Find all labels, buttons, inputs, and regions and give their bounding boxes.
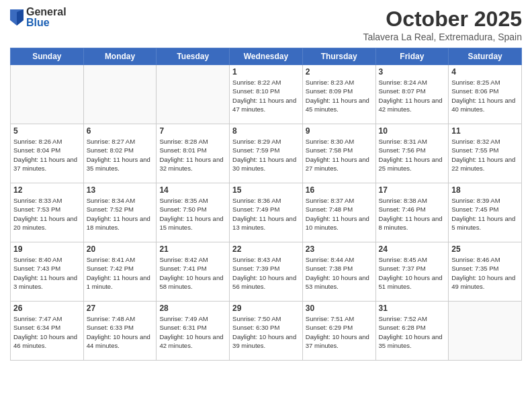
day-info: Sunrise: 8:28 AM Sunset: 8:01 PM Dayligh… [159,137,226,173]
day-info: Sunrise: 8:23 AM Sunset: 8:09 PM Dayligh… [306,78,373,113]
day-info: Sunrise: 8:39 AM Sunset: 7:45 PM Dayligh… [451,196,519,232]
calendar-cell [157,65,230,124]
calendar-cell: 25Sunrise: 8:46 AM Sunset: 7:35 PM Dayli… [449,242,522,302]
day-info: Sunrise: 8:44 AM Sunset: 7:38 PM Dayligh… [306,255,373,291]
calendar-cell: 20Sunrise: 8:41 AM Sunset: 7:42 PM Dayli… [83,242,157,302]
day-info: Sunrise: 8:33 AM Sunset: 7:53 PM Dayligh… [13,196,81,232]
calendar-cell: 10Sunrise: 8:31 AM Sunset: 7:56 PM Dayli… [375,124,449,183]
location: Talavera La Real, Extremadura, Spain [363,32,522,42]
day-info: Sunrise: 8:38 AM Sunset: 7:46 PM Dayligh… [379,196,446,232]
day-info: Sunrise: 8:26 AM Sunset: 8:04 PM Dayligh… [13,137,81,173]
day-number: 8 [232,126,300,136]
day-number: 24 [379,244,446,254]
day-info: Sunrise: 8:27 AM Sunset: 8:02 PM Dayligh… [87,137,154,173]
day-info: Sunrise: 8:22 AM Sunset: 8:10 PM Dayligh… [232,78,300,113]
svg-marker-1 [17,9,24,26]
header-saturday: Saturday [449,48,522,65]
calendar-cell: 2Sunrise: 8:23 AM Sunset: 8:09 PM Daylig… [302,65,375,124]
day-number: 17 [379,185,446,195]
calendar-cell: 14Sunrise: 8:35 AM Sunset: 7:50 PM Dayli… [157,183,230,242]
day-number: 29 [232,304,300,313]
day-number: 6 [87,126,154,136]
day-info: Sunrise: 7:49 AM Sunset: 6:31 PM Dayligh… [159,314,226,350]
day-number: 30 [306,304,373,313]
header-monday: Monday [83,48,157,65]
calendar-cell: 30Sunrise: 7:51 AM Sunset: 6:29 PM Dayli… [302,302,375,361]
calendar-cell: 13Sunrise: 8:34 AM Sunset: 7:52 PM Dayli… [83,183,157,242]
calendar-cell: 5Sunrise: 8:26 AM Sunset: 8:04 PM Daylig… [11,124,84,183]
day-info: Sunrise: 8:45 AM Sunset: 7:37 PM Dayligh… [379,255,446,291]
day-info: Sunrise: 8:34 AM Sunset: 7:52 PM Dayligh… [87,196,154,232]
header-wednesday: Wednesday [230,48,303,65]
day-number: 25 [451,244,519,254]
calendar-cell: 31Sunrise: 7:52 AM Sunset: 6:28 PM Dayli… [375,302,449,361]
header-sunday: Sunday [11,48,84,65]
calendar-cell: 3Sunrise: 8:24 AM Sunset: 8:07 PM Daylig… [375,65,449,124]
logo-icon [10,9,24,26]
day-info: Sunrise: 8:31 AM Sunset: 7:56 PM Dayligh… [379,137,446,173]
day-number: 10 [379,126,446,136]
day-number: 7 [159,126,226,136]
day-info: Sunrise: 8:43 AM Sunset: 7:39 PM Dayligh… [232,255,300,291]
calendar-cell: 16Sunrise: 8:37 AM Sunset: 7:48 PM Dayli… [302,183,375,242]
day-info: Sunrise: 8:46 AM Sunset: 7:35 PM Dayligh… [451,255,519,291]
calendar-cell [83,65,157,124]
day-number: 16 [306,185,373,195]
page: General Blue October 2025 Talavera La Re… [0,0,532,411]
logo-text: General Blue [26,7,66,28]
calendar-week-1: 1Sunrise: 8:22 AM Sunset: 8:10 PM Daylig… [11,65,522,124]
day-number: 31 [379,304,446,313]
day-info: Sunrise: 7:47 AM Sunset: 6:34 PM Dayligh… [13,314,81,350]
calendar-cell: 6Sunrise: 8:27 AM Sunset: 8:02 PM Daylig… [83,124,157,183]
day-number: 1 [232,67,300,77]
day-number: 14 [159,185,226,195]
calendar-cell: 4Sunrise: 8:25 AM Sunset: 8:06 PM Daylig… [449,65,522,124]
calendar-cell: 29Sunrise: 7:50 AM Sunset: 6:30 PM Dayli… [230,302,303,361]
day-info: Sunrise: 8:35 AM Sunset: 7:50 PM Dayligh… [159,196,226,232]
calendar-table: Sunday Monday Tuesday Wednesday Thursday… [10,48,522,361]
calendar-header-row: Sunday Monday Tuesday Wednesday Thursday… [11,48,522,65]
header-tuesday: Tuesday [157,48,230,65]
header-thursday: Thursday [302,48,375,65]
day-number: 15 [232,185,300,195]
day-info: Sunrise: 8:37 AM Sunset: 7:48 PM Dayligh… [306,196,373,232]
day-number: 5 [13,126,81,136]
logo-blue: Blue [26,17,66,28]
title-block: October 2025 Talavera La Real, Extremadu… [363,7,522,42]
day-number: 20 [87,244,154,254]
day-info: Sunrise: 8:36 AM Sunset: 7:49 PM Dayligh… [232,196,300,232]
calendar-cell: 23Sunrise: 8:44 AM Sunset: 7:38 PM Dayli… [302,242,375,302]
calendar-cell: 24Sunrise: 8:45 AM Sunset: 7:37 PM Dayli… [375,242,449,302]
calendar-week-2: 5Sunrise: 8:26 AM Sunset: 8:04 PM Daylig… [11,124,522,183]
calendar-cell: 17Sunrise: 8:38 AM Sunset: 7:46 PM Dayli… [375,183,449,242]
day-info: Sunrise: 8:24 AM Sunset: 8:07 PM Dayligh… [379,78,446,113]
day-info: Sunrise: 8:41 AM Sunset: 7:42 PM Dayligh… [87,255,154,291]
calendar-cell [449,302,522,361]
day-info: Sunrise: 7:51 AM Sunset: 6:29 PM Dayligh… [306,314,373,350]
day-number: 18 [451,185,519,195]
day-info: Sunrise: 8:40 AM Sunset: 7:43 PM Dayligh… [13,255,81,291]
calendar-cell: 19Sunrise: 8:40 AM Sunset: 7:43 PM Dayli… [11,242,84,302]
day-number: 19 [13,244,81,254]
day-number: 9 [306,126,373,136]
day-info: Sunrise: 8:42 AM Sunset: 7:41 PM Dayligh… [159,255,226,291]
calendar-cell: 11Sunrise: 8:32 AM Sunset: 7:55 PM Dayli… [449,124,522,183]
calendar-week-5: 26Sunrise: 7:47 AM Sunset: 6:34 PM Dayli… [11,302,522,361]
header: General Blue October 2025 Talavera La Re… [10,7,522,42]
calendar-cell: 8Sunrise: 8:29 AM Sunset: 7:59 PM Daylig… [230,124,303,183]
calendar-cell: 9Sunrise: 8:30 AM Sunset: 7:58 PM Daylig… [302,124,375,183]
day-number: 28 [159,304,226,313]
calendar-cell: 28Sunrise: 7:49 AM Sunset: 6:31 PM Dayli… [157,302,230,361]
calendar-cell [11,65,84,124]
day-info: Sunrise: 8:32 AM Sunset: 7:55 PM Dayligh… [451,137,519,173]
day-number: 11 [451,126,519,136]
day-info: Sunrise: 8:29 AM Sunset: 7:59 PM Dayligh… [232,137,300,173]
day-number: 23 [306,244,373,254]
day-info: Sunrise: 7:52 AM Sunset: 6:28 PM Dayligh… [379,314,446,350]
header-friday: Friday [375,48,449,65]
day-number: 21 [159,244,226,254]
day-number: 12 [13,185,81,195]
calendar-week-4: 19Sunrise: 8:40 AM Sunset: 7:43 PM Dayli… [11,242,522,302]
logo: General Blue [10,7,66,28]
day-number: 26 [13,304,81,313]
